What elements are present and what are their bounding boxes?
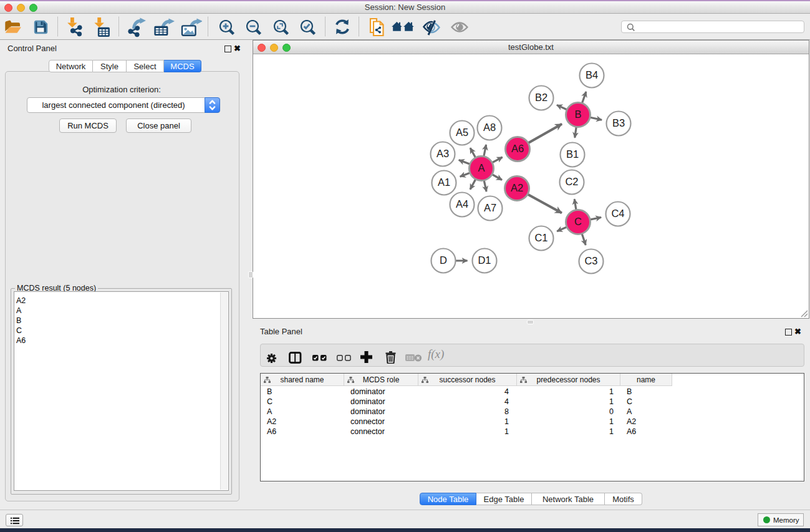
svg-text:D1: D1 [478, 254, 491, 266]
svg-text:B1: B1 [566, 148, 579, 160]
svg-text:B3: B3 [612, 117, 625, 128]
svg-text:B4: B4 [586, 69, 598, 80]
svg-text:D: D [440, 254, 447, 266]
svg-text:A1: A1 [438, 177, 450, 188]
svg-text:A5: A5 [456, 127, 468, 138]
svg-text:A6: A6 [511, 143, 524, 154]
svg-text:C3: C3 [584, 255, 597, 266]
svg-text:A8: A8 [483, 122, 496, 133]
svg-text:A7: A7 [484, 202, 496, 213]
svg-text:C: C [574, 216, 582, 227]
svg-text:A: A [478, 162, 485, 173]
svg-text:A4: A4 [456, 198, 468, 210]
svg-text:B2: B2 [535, 92, 547, 103]
svg-text:C2: C2 [565, 176, 578, 187]
svg-text:C4: C4 [611, 208, 624, 219]
svg-text:A3: A3 [436, 148, 449, 159]
svg-text:B: B [574, 109, 581, 120]
svg-text:C1: C1 [534, 232, 547, 243]
svg-text:A2: A2 [511, 182, 523, 193]
